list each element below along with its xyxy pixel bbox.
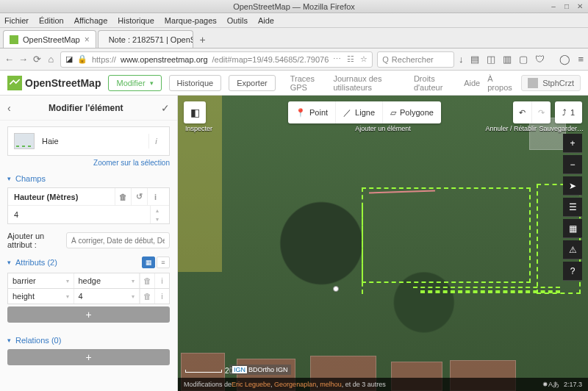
nav-help[interactable]: Aide	[464, 79, 480, 87]
zoom-to-link[interactable]: Zoomer sur la sélection	[7, 159, 170, 167]
add-tag-button[interactable]: +	[7, 306, 170, 323]
nav-about[interactable]: À propos	[487, 74, 514, 92]
preset-row[interactable]: Haie i	[7, 126, 170, 156]
osm-header: OpenStreetMap Modifier Historique Export…	[0, 71, 588, 96]
add-relation-button[interactable]: +	[7, 349, 170, 365]
back-chevron-icon[interactable]: ‹	[7, 102, 11, 114]
info-icon[interactable]: i	[154, 273, 169, 288]
shield-icon[interactable]: ◪	[65, 54, 73, 64]
menu-view[interactable]: Affichage	[74, 16, 108, 25]
nav-diaries[interactable]: Journaux des utilisateurs	[333, 74, 406, 92]
menu-file[interactable]: Fichier	[4, 16, 29, 25]
menu-tools[interactable]: Outils	[227, 16, 248, 25]
imagery-attribution[interactable]: IGNBDOrtho IGN	[229, 365, 291, 375]
tab-osm[interactable]: OpenStreetMap ×	[3, 30, 96, 48]
zoom-out-button[interactable]: −	[563, 155, 582, 174]
osmose-icon[interactable]: ✸	[542, 381, 548, 388]
ublock-icon[interactable]: 🛡	[535, 54, 545, 65]
new-tab-button[interactable]: +	[195, 32, 211, 48]
text-icon[interactable]: Aあ	[548, 380, 559, 390]
window-maximize-icon[interactable]: □	[562, 1, 572, 11]
osm-brand: OpenStreetMap	[25, 77, 101, 89]
layers-icon[interactable]: ☰	[563, 198, 582, 217]
mode-point-button[interactable]: 📍Point	[288, 101, 336, 123]
mode-line-button[interactable]: ／Ligne	[336, 101, 383, 123]
info-icon[interactable]: i	[148, 134, 163, 148]
map-canvas[interactable]: ◧ 📍Point ／Ligne ▱Polygone ↶ ↷ ⤴1 Inspect…	[178, 96, 588, 391]
tab-note[interactable]: Note : 2182571 | OpenStree… ×	[98, 30, 193, 48]
window-minimize-icon[interactable]: –	[548, 1, 559, 11]
section-relations[interactable]: Relations (0)	[7, 336, 170, 345]
menu-icon[interactable]: ≡	[578, 54, 584, 65]
sidebar-toggle-button[interactable]: ◧	[184, 101, 206, 123]
containers-icon[interactable]: ▥	[503, 54, 512, 65]
account-icon[interactable]: ◯	[559, 54, 570, 65]
tag-val[interactable]: 4	[79, 292, 83, 301]
menu-bookmarks[interactable]: Marque-pages	[165, 16, 217, 25]
screenshot-icon[interactable]: ▢	[519, 54, 528, 65]
contributor-link[interactable]: Eric Leguebe	[232, 381, 270, 388]
info-icon[interactable]: i	[154, 289, 169, 304]
menu-edit[interactable]: Édition	[39, 16, 64, 25]
tag-key[interactable]: height	[12, 292, 35, 301]
section-attrs[interactable]: Attributs (2) ▦ ≡	[7, 257, 170, 268]
downloads-icon[interactable]: ↓	[459, 54, 464, 65]
mode-area-button[interactable]: ▱Polygone	[383, 101, 441, 123]
history-button[interactable]: Historique	[169, 75, 222, 91]
library-icon[interactable]: ▤	[470, 54, 479, 65]
add-attr-input[interactable]	[66, 232, 170, 248]
info-icon[interactable]: i	[147, 188, 163, 206]
nav-copyright[interactable]: Droits d'auteur	[414, 74, 456, 92]
step-down-icon[interactable]: ▾	[150, 215, 163, 223]
chevron-down-icon[interactable]: ▾	[66, 278, 69, 284]
tag-key[interactable]: barrier	[12, 276, 36, 285]
chevron-down-icon[interactable]: ▾	[66, 293, 69, 300]
sidebar-icon[interactable]: ◫	[487, 54, 495, 65]
home-icon[interactable]: ⌂	[46, 53, 56, 66]
section-fields[interactable]: Champs	[7, 174, 170, 183]
trash-icon[interactable]: 🗑	[140, 273, 154, 288]
trash-icon[interactable]: 🗑	[115, 188, 131, 206]
map-data-icon[interactable]: ▦	[563, 219, 582, 238]
reader-icon[interactable]: ☷	[347, 54, 354, 64]
contributor-link[interactable]: melhou	[320, 381, 342, 388]
export-button[interactable]: Exporter	[229, 75, 276, 91]
edit-button[interactable]: Modifier	[108, 75, 161, 91]
step-up-icon[interactable]: ▴	[150, 206, 163, 215]
check-icon[interactable]: ✓	[161, 102, 170, 114]
zoom-in-button[interactable]: +	[563, 134, 582, 153]
url-bar[interactable]: ◪ 🔒 https://www.openstreetmap.org/edit#m…	[60, 51, 373, 68]
page-action-icon[interactable]: ⋯	[333, 54, 341, 64]
osm-logo[interactable]: OpenStreetMap	[7, 76, 101, 90]
undo-button[interactable]: ↶	[513, 101, 532, 123]
search-engine-icon: Q	[382, 55, 389, 64]
help-icon[interactable]: ?	[563, 262, 582, 281]
menu-help[interactable]: Aide	[258, 16, 274, 25]
reload-icon[interactable]: ⟳	[32, 53, 42, 66]
trash-icon[interactable]: 🗑	[140, 289, 154, 304]
nav-traces[interactable]: Traces GPS	[290, 74, 326, 92]
user-menu[interactable]: StphCrzt	[521, 75, 581, 91]
chevron-down-icon[interactable]: ▾	[132, 278, 135, 284]
redo-button[interactable]: ↷	[532, 101, 551, 123]
lock-icon[interactable]: 🔒	[77, 54, 87, 64]
chevron-down-icon[interactable]: ▾	[132, 293, 135, 300]
text-view-icon[interactable]: ≡	[157, 257, 170, 268]
undo-icon[interactable]: ↺	[131, 188, 147, 206]
star-icon[interactable]: ☆	[360, 54, 368, 64]
tag-val[interactable]: hedge	[79, 276, 101, 285]
pin-icon: 📍	[295, 108, 306, 118]
close-icon[interactable]: ×	[85, 35, 90, 45]
save-button[interactable]: ⤴1	[555, 101, 582, 123]
issues-icon[interactable]: ⚠	[563, 240, 582, 259]
forward-icon[interactable]: →	[18, 53, 28, 66]
search-box[interactable]: Q Rechercher	[377, 51, 454, 68]
table-view-icon[interactable]: ▦	[142, 257, 155, 268]
polygon-icon: ▱	[390, 108, 396, 118]
back-icon[interactable]: ←	[4, 53, 14, 66]
field-value[interactable]: 4	[14, 210, 18, 219]
menu-history[interactable]: Historique	[118, 16, 154, 25]
contributor-link[interactable]: Georgenaplan	[274, 381, 316, 388]
window-close-icon[interactable]: ✕	[575, 1, 585, 11]
locate-icon[interactable]: ➤	[563, 176, 582, 196]
